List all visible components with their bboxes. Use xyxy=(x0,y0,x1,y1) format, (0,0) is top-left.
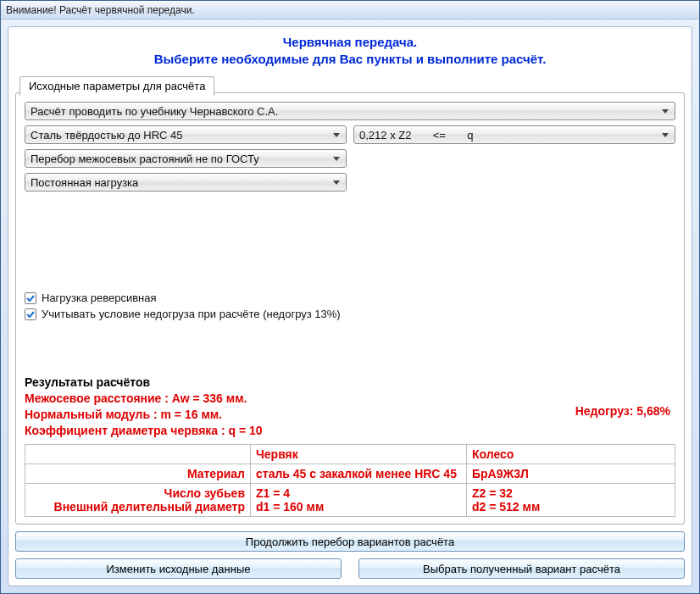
row-teeth-worm: Z1 = 4 xyxy=(256,486,290,500)
tabs-container: Исходные параметры для расчёта Расчёт пр… xyxy=(15,92,685,525)
page-header: Червячная передача. Выберите необходимые… xyxy=(15,34,685,67)
select-steel[interactable]: Сталь твёрдостью до HRC 45 xyxy=(25,125,347,144)
bottom-button-row: Изменить исходные данные Выбрать получен… xyxy=(15,558,685,579)
checkbox-reversive-row: Нагрузка реверсивная xyxy=(25,291,675,304)
window: Внимание! Расчёт червячной передачи. Чер… xyxy=(0,0,700,594)
select-z-condition-value: 0,212 x Z2 <= q xyxy=(359,129,473,142)
select-method[interactable]: Расчёт проводить по учебнику Чернавского… xyxy=(25,102,675,120)
row-material-worm: сталь 45 с закалкой менее HRC 45 xyxy=(251,464,467,484)
row-diameter-worm: d1 = 160 мм xyxy=(256,500,324,514)
tab-body: Расчёт проводить по учебнику Чернавского… xyxy=(16,93,684,524)
row-wheel-vals: Z2 = 32 d2 = 512 мм xyxy=(467,484,675,517)
check-icon xyxy=(26,310,35,319)
table-row: Материал сталь 45 с закалкой менее HRC 4… xyxy=(25,464,675,484)
select-z-condition[interactable]: 0,212 x Z2 <= q xyxy=(353,125,675,144)
checkbox-reversive-label: Нагрузка реверсивная xyxy=(42,291,157,304)
change-data-button-label: Изменить исходные данные xyxy=(106,563,250,575)
table-header-row: Червяк Колесо xyxy=(25,445,675,464)
result-q: Коэффициент диаметра червяка : q = 10 xyxy=(25,424,263,437)
table-header-empty xyxy=(25,445,251,464)
checkbox-underload-label: Учитывать условие недогруза при расчёте … xyxy=(42,308,341,320)
header-line-1: Червячная передача. xyxy=(283,35,417,49)
titlebar: Внимание! Расчёт червячной передачи. xyxy=(1,1,699,19)
row-teeth-diam-label: Число зубьев Внешний делительный диаметр xyxy=(25,484,251,517)
select-load[interactable]: Постоянная нагрузка xyxy=(25,173,347,192)
checkbox-reversive[interactable] xyxy=(25,292,36,304)
content-panel: Червячная передача. Выберите необходимые… xyxy=(8,26,692,586)
header-line-2: Выберите необходимые для Вас пункты и вы… xyxy=(154,52,547,66)
table-row: Число зубьев Внешний делительный диаметр… xyxy=(25,484,675,517)
row-material-label: Материал xyxy=(25,464,251,484)
change-data-button[interactable]: Изменить исходные данные xyxy=(15,558,342,579)
results-summary-lines: Межосевое расстояние : Aw = 336 мм. Норм… xyxy=(25,391,263,439)
row-teeth-wheel: Z2 = 32 xyxy=(472,486,513,500)
row-diameter-wheel: d2 = 512 мм xyxy=(472,500,540,514)
choose-variant-button[interactable]: Выбрать полученный вариант расчёта xyxy=(358,558,685,579)
checkbox-underload[interactable] xyxy=(25,308,36,320)
select-axial[interactable]: Перебор межосевых растояний не по ГОСТу xyxy=(25,149,347,168)
check-icon xyxy=(26,294,35,303)
select-steel-value: Сталь твёрдостью до HRC 45 xyxy=(31,129,183,142)
select-method-value: Расчёт проводить по учебнику Чернавского… xyxy=(31,105,278,118)
window-title: Внимание! Расчёт червячной передачи. xyxy=(6,4,195,16)
row-diameter-label: Внешний делительный диаметр xyxy=(54,500,245,514)
choose-variant-button-label: Выбрать полученный вариант расчёта xyxy=(423,563,620,575)
result-aw: Межосевое расстояние : Aw = 336 мм. xyxy=(25,391,247,405)
result-underload: Недогруз: 5,68% xyxy=(575,391,675,418)
result-m: Нормальный модуль : m = 16 мм. xyxy=(25,408,222,421)
tab-strip: Исходные параметры для расчёта xyxy=(19,75,214,96)
checkbox-underload-row: Учитывать условие недогруза при расчёте … xyxy=(25,308,675,320)
continue-button-label: Продолжить перебор вариантов расчёта xyxy=(246,536,454,548)
results-summary: Межосевое расстояние : Aw = 336 мм. Норм… xyxy=(25,391,675,439)
row-material-wheel: БрА9Ж3Л xyxy=(467,464,675,484)
table-header-wheel: Колесо xyxy=(467,445,675,464)
continue-button[interactable]: Продолжить перебор вариантов расчёта xyxy=(15,531,685,552)
row-worm-vals: Z1 = 4 d1 = 160 мм xyxy=(251,484,467,517)
select-load-value: Постоянная нагрузка xyxy=(31,176,138,189)
results-table: Червяк Колесо Материал сталь 45 с закалк… xyxy=(25,444,675,517)
results-title: Результаты расчётов xyxy=(25,375,675,389)
row-teeth-label: Число зубьев xyxy=(164,486,245,500)
select-axial-value: Перебор межосевых растояний не по ГОСТу xyxy=(31,153,259,165)
tab-source-params[interactable]: Исходные параметры для расчёта xyxy=(19,76,214,97)
results-block: Результаты расчётов Межосевое расстояние… xyxy=(25,370,675,517)
table-header-worm: Червяк xyxy=(251,445,467,464)
